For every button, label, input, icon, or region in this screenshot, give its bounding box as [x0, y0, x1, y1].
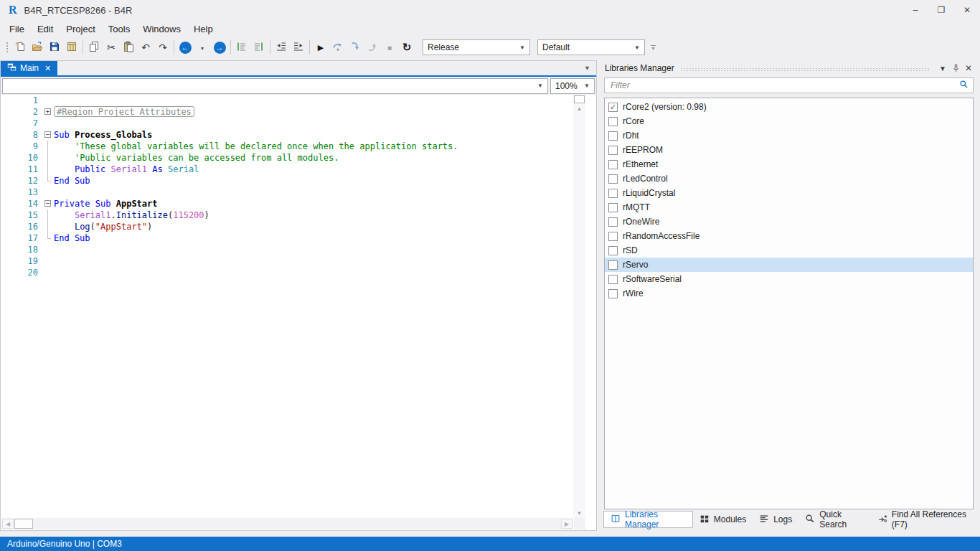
checkbox[interactable] — [608, 289, 618, 298]
library-item[interactable]: rSoftwareSerial — [605, 272, 973, 286]
library-item[interactable]: rEthernet — [605, 157, 973, 171]
checkbox[interactable] — [608, 260, 618, 270]
menu-windows[interactable]: Windows — [136, 22, 187, 37]
menu-tools[interactable]: Tools — [102, 22, 136, 37]
menu-project[interactable]: Project — [60, 22, 101, 37]
library-item[interactable]: rLedControl — [605, 171, 973, 186]
build-configuration-select[interactable]: Release ▼ — [423, 39, 530, 55]
checkbox[interactable] — [608, 217, 618, 227]
toolbar-grip[interactable] — [6, 42, 9, 53]
open-project-button[interactable] — [29, 39, 46, 56]
fold-collapse-icon[interactable]: − — [44, 131, 51, 138]
vertical-scrollbar[interactable]: ▲ ▼ — [573, 95, 585, 518]
comment-button[interactable] — [233, 39, 250, 56]
code-navigation-select[interactable]: ▼ — [2, 78, 548, 94]
fold-column — [44, 221, 54, 232]
checkbox[interactable] — [608, 131, 618, 141]
code-editor[interactable]: 12+#Region Project Attributes78−Sub Proc… — [1, 95, 573, 518]
paste-button[interactable] — [120, 39, 137, 56]
library-item[interactable]: rEEPROM — [605, 143, 973, 157]
scroll-down-icon[interactable]: ▼ — [573, 509, 585, 518]
scope-guide — [47, 141, 48, 152]
close-icon[interactable]: ✕ — [954, 0, 980, 20]
line-number: 2 — [1, 106, 44, 118]
pin-icon[interactable] — [949, 64, 962, 73]
rebuild-button[interactable]: ↻ — [398, 39, 415, 56]
navigate-forward-button[interactable]: → — [211, 39, 228, 56]
new-project-button[interactable] — [11, 39, 29, 56]
library-item[interactable]: rCore — [605, 114, 973, 128]
code-token: . — [110, 210, 116, 220]
tab-main[interactable]: Main ✕ — [1, 61, 57, 75]
library-item[interactable]: ✓rCore2 (version: 0.98) — [605, 100, 973, 114]
checkbox[interactable]: ✓ — [608, 103, 618, 112]
undo-button[interactable]: ↶ — [137, 39, 154, 56]
splitter-handle[interactable] — [574, 95, 585, 103]
menu-file[interactable]: File — [3, 22, 31, 37]
cut-button[interactable]: ✂ — [103, 39, 120, 56]
step-over-button[interactable] — [329, 39, 347, 56]
step-into-button[interactable] — [347, 39, 364, 56]
checkbox[interactable] — [608, 160, 618, 169]
minimize-icon[interactable]: – — [903, 0, 928, 20]
code-line: 10 'Public variables can be accessed fro… — [1, 152, 573, 164]
fold-collapse-icon[interactable]: − — [44, 200, 51, 207]
checkbox[interactable] — [608, 203, 618, 212]
run-button[interactable]: ▶ — [312, 39, 329, 56]
stop-button[interactable]: ■ — [381, 39, 398, 56]
navigate-back-dropdown-button[interactable]: ▼ — [194, 39, 211, 56]
save-button[interactable] — [46, 39, 63, 56]
tab-overflow-icon[interactable]: ▼ — [584, 65, 596, 72]
menu-edit[interactable]: Edit — [31, 22, 60, 37]
horizontal-scrollbar[interactable]: ◀ ▶ — [1, 518, 573, 529]
copy-button[interactable] — [85, 39, 103, 56]
indent-button[interactable] — [290, 39, 307, 56]
collapsed-region[interactable]: #Region Project Attributes — [54, 106, 194, 117]
library-item[interactable]: rSD — [605, 243, 973, 258]
scrollbar-thumb[interactable] — [14, 519, 33, 529]
library-item[interactable]: rWire — [605, 286, 973, 301]
library-item[interactable]: rRandomAccessFile — [605, 229, 973, 243]
step-out-button[interactable] — [364, 39, 381, 56]
redo-button[interactable]: ↷ — [154, 39, 171, 56]
library-item[interactable]: rMQTT — [605, 200, 973, 215]
scroll-right-icon[interactable]: ▶ — [561, 519, 573, 529]
panel-tab-modules[interactable]: Modules — [693, 511, 753, 528]
navigate-back-button[interactable]: ← — [176, 39, 194, 56]
library-item[interactable]: rLiquidCrystal — [605, 186, 973, 200]
panel-position-icon[interactable]: ▼ — [936, 65, 949, 72]
panel-drag-texture[interactable] — [680, 67, 930, 72]
secondary-configuration-select[interactable]: Default ▼ — [537, 39, 645, 55]
checkbox[interactable] — [608, 232, 618, 241]
filter-input[interactable] — [611, 80, 956, 90]
tab-close-icon[interactable]: ✕ — [44, 64, 51, 73]
outdent-button[interactable] — [273, 39, 290, 56]
panel-close-icon[interactable]: ✕ — [962, 63, 975, 73]
toolbar-overflow-icon[interactable]: ▼ — [651, 45, 656, 50]
panel-tab-logs[interactable]: Logs — [753, 511, 798, 528]
checkbox[interactable] — [608, 117, 618, 126]
export-zip-button[interactable] — [63, 39, 80, 56]
fold-expand-icon[interactable]: + — [44, 108, 51, 115]
checkbox[interactable] — [608, 189, 618, 198]
uncomment-button[interactable] — [250, 39, 268, 56]
panel-tab-libraries-manager[interactable]: Libraries Manager — [603, 511, 693, 528]
library-item[interactable]: rOneWire — [605, 215, 973, 229]
library-item[interactable]: rServo — [605, 258, 973, 272]
code-line: 17End Sub — [1, 232, 573, 244]
scroll-up-icon[interactable]: ▲ — [573, 105, 585, 113]
panel-tab-find-all-references-f7[interactable]: Find All References (F7) — [871, 511, 980, 528]
checkbox[interactable] — [608, 246, 618, 255]
checkbox[interactable] — [608, 275, 618, 284]
checkbox[interactable] — [608, 146, 618, 155]
zoom-select[interactable]: 100% ▼ — [550, 78, 595, 94]
library-item[interactable]: rDht — [605, 128, 973, 143]
menu-help[interactable]: Help — [187, 22, 220, 37]
restore-icon[interactable]: ❐ — [928, 0, 954, 20]
step-over-icon — [332, 41, 344, 55]
search-icon[interactable] — [956, 80, 971, 91]
panel-tab-quick-search[interactable]: Quick Search — [798, 511, 871, 528]
panel-tab-label: Find All References (F7) — [892, 509, 974, 529]
scroll-left-icon[interactable]: ◀ — [2, 519, 14, 529]
checkbox[interactable] — [608, 174, 618, 184]
